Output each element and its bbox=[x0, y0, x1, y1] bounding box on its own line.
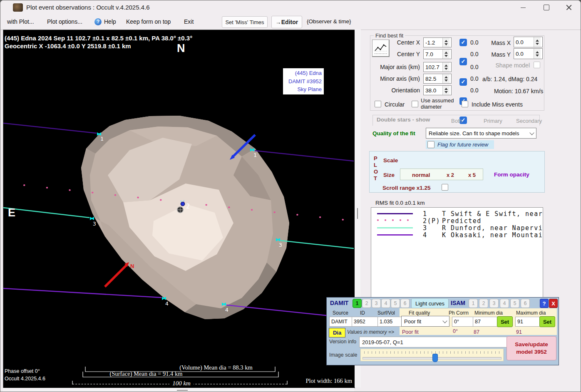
close-icon bbox=[566, 5, 572, 10]
quality-of-fit-dropdown[interactable]: Reliable size. Can fit to shape models bbox=[426, 128, 536, 139]
observer-row[interactable]: 1 T Swift & E Swift, near bbox=[371, 210, 543, 217]
double-secondary-label: Secondary bbox=[516, 118, 542, 124]
center-x-field[interactable]: -1.2 bbox=[423, 37, 452, 47]
plot-vertical-scrollbar-thumb[interactable] bbox=[357, 208, 358, 219]
plot-width-label: Plot width: 166 km bbox=[305, 377, 352, 384]
damit-tab-1[interactable]: 1 bbox=[353, 299, 362, 308]
use-assumed-diameter-checkbox[interactable] bbox=[412, 101, 418, 107]
major-axis-spinner[interactable] bbox=[442, 62, 449, 72]
memory-ph-corrn: 0° bbox=[453, 328, 458, 334]
menu-plot-options[interactable]: Plot options... bbox=[47, 18, 82, 25]
orientation-spinner[interactable] bbox=[442, 86, 449, 95]
chevron-down-icon bbox=[529, 130, 534, 135]
mass-x-field[interactable]: 0.0 bbox=[514, 37, 543, 47]
isam-tab-5[interactable]: 5 bbox=[510, 299, 519, 308]
scroll-range-label: Scroll range x1.25 bbox=[382, 185, 431, 191]
col-fit-quality: Fit quality bbox=[409, 310, 430, 316]
version-info-field[interactable]: 2019-05-07, Q=1 bbox=[359, 337, 509, 347]
version-info-label: Version info bbox=[329, 339, 356, 345]
mass-y-spinner[interactable] bbox=[534, 49, 541, 59]
isam-tab-2[interactable]: 2 bbox=[479, 299, 488, 308]
shape-model-checkbox[interactable] bbox=[534, 62, 540, 68]
north-direction-label: N bbox=[177, 42, 185, 55]
damit-tab-3[interactable]: 3 bbox=[372, 299, 381, 308]
observer-3-name: R Dunford, near Napervi bbox=[442, 224, 543, 232]
menu-bar: with Plot... Plot options... Help Keep f… bbox=[0, 15, 581, 30]
save-update-model-button[interactable]: Save/update model 3952 bbox=[507, 336, 556, 360]
info-asteroid: (445) Edna bbox=[285, 69, 322, 77]
observer-list[interactable]: 1 T Swift & E Swift, near 2(P) Predicted… bbox=[371, 207, 543, 298]
major-axis-checkbox[interactable] bbox=[459, 78, 467, 86]
menu-exit[interactable]: Exit bbox=[184, 18, 194, 25]
center-x-label: Center X bbox=[383, 39, 420, 46]
damit-tab-6[interactable]: 6 bbox=[400, 299, 410, 308]
circular-checkbox[interactable] bbox=[375, 101, 381, 107]
save-update-line1: Save/update bbox=[515, 341, 548, 348]
damit-tab-5[interactable]: 5 bbox=[391, 299, 400, 308]
memory-maximum-dia: 91 bbox=[516, 329, 522, 335]
ph-corrn-field[interactable]: 0° bbox=[452, 317, 474, 327]
mass-x-spinner[interactable] bbox=[534, 37, 541, 47]
image-scale-slider[interactable] bbox=[360, 349, 504, 361]
help-icon[interactable] bbox=[94, 18, 102, 25]
set-miss-times-button[interactable]: Set 'Miss' Times bbox=[222, 16, 268, 28]
dia-button[interactable]: Dia bbox=[329, 328, 345, 337]
plot-horizontal-scrollbar-thumb[interactable] bbox=[177, 390, 188, 391]
center-y-spinner[interactable] bbox=[442, 50, 449, 59]
fit-quality-dropdown[interactable]: Poor fit bbox=[401, 316, 449, 327]
menu-with-plot[interactable]: with Plot... bbox=[7, 18, 34, 25]
scale-label: Scale bbox=[383, 157, 398, 164]
minimum-dia-field[interactable]: 87 bbox=[473, 317, 499, 327]
orientation-field[interactable]: 38.0 bbox=[423, 85, 452, 95]
minor-axis-spinner[interactable] bbox=[442, 74, 449, 83]
include-miss-events-checkbox[interactable] bbox=[462, 101, 468, 107]
damit-close-button[interactable]: X bbox=[549, 299, 558, 308]
damit-tab-4[interactable]: 4 bbox=[381, 299, 390, 308]
id-field[interactable]: 3952 bbox=[352, 317, 380, 327]
center-x-checkbox[interactable] bbox=[459, 39, 467, 46]
isam-tab-1[interactable]: 1 bbox=[469, 299, 478, 308]
source-field[interactable]: DAMIT bbox=[329, 317, 354, 327]
set-minimum-button[interactable]: Set bbox=[497, 316, 513, 327]
major-axis-field[interactable]: 102.7 bbox=[423, 62, 452, 72]
light-curves-button[interactable]: Light curves bbox=[411, 298, 449, 308]
isam-tab-4[interactable]: 4 bbox=[500, 299, 509, 308]
source-value: DAMIT bbox=[331, 319, 348, 325]
svg-text:4: 4 bbox=[225, 307, 228, 313]
damit-tab-2[interactable]: 2 bbox=[362, 299, 371, 308]
menu-keep-on-top[interactable]: Keep form on top bbox=[126, 18, 171, 25]
mass-y-field[interactable]: 0.0 bbox=[514, 48, 543, 59]
damit-title: DAMIT bbox=[330, 300, 348, 306]
damit-help-button[interactable]: ? bbox=[540, 299, 549, 308]
image-scale-thumb[interactable] bbox=[432, 354, 438, 362]
volume-mean-dia-label: (Volume) Mean dia = 88.3 km bbox=[179, 364, 253, 371]
minimize-button[interactable] bbox=[512, 0, 534, 15]
center-x-spinner[interactable] bbox=[442, 38, 449, 47]
flag-review-label: Flag for future review bbox=[437, 141, 488, 148]
maximize-button[interactable] bbox=[536, 0, 557, 15]
double-stars-title: Double stars - show bbox=[377, 117, 430, 123]
close-button[interactable] bbox=[558, 0, 580, 15]
center-y-field[interactable]: 7.0 bbox=[423, 49, 452, 59]
observer-row[interactable]: 2(P) Predicted bbox=[371, 217, 543, 224]
image-scale-track[interactable] bbox=[363, 357, 502, 360]
observer-1-color-line bbox=[377, 213, 413, 214]
minor-axis-field[interactable]: 82.5 bbox=[423, 74, 452, 84]
plot-letter-o: O bbox=[374, 169, 378, 175]
editor-button[interactable]: →Editor bbox=[271, 16, 302, 28]
menu-help[interactable]: Help bbox=[104, 18, 116, 25]
flag-review-checkbox[interactable] bbox=[427, 141, 435, 148]
chevron-down-icon bbox=[442, 318, 447, 323]
center-y-sigma: 0.0 bbox=[470, 51, 478, 57]
save-update-line2: model 3952 bbox=[516, 348, 547, 356]
east-direction-label: E bbox=[8, 206, 15, 219]
scroll-range-checkbox[interactable] bbox=[442, 184, 448, 191]
observer-row[interactable]: 3 R Dunford, near Napervi bbox=[371, 224, 543, 231]
observer-row[interactable]: 4 K Okasaki, near Mountai bbox=[371, 231, 543, 238]
maximum-dia-field[interactable]: 91 bbox=[515, 317, 541, 327]
surfvol-field[interactable]: 1.035 bbox=[377, 317, 402, 327]
isam-tab-6[interactable]: 6 bbox=[521, 299, 530, 308]
isam-tab-3[interactable]: 3 bbox=[489, 299, 499, 308]
set-maximum-button[interactable]: Set bbox=[539, 316, 555, 327]
center-y-checkbox[interactable] bbox=[459, 58, 467, 65]
